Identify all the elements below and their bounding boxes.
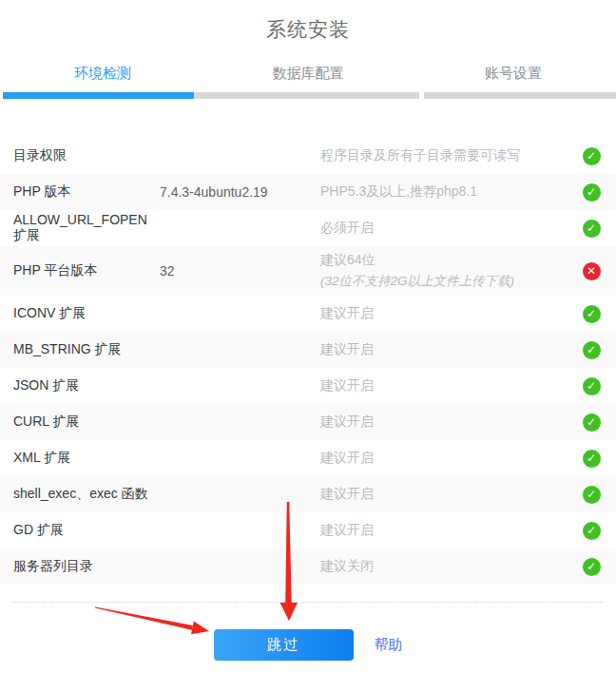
status-ok-icon: ✓	[583, 305, 601, 323]
row-label: shell_exec、exec 函数	[13, 486, 160, 503]
table-row: ALLOW_URL_FOPEN 扩展 必须开启 ✓	[0, 210, 616, 246]
row-requirement: 建议开启	[320, 522, 567, 539]
table-row: PHP 平台版本 32 建议64位 (32位不支持2G以上文件上传下载) ✕	[0, 246, 616, 296]
page-title: 系统安装	[0, 0, 616, 43]
row-label: MB_STRING 扩展	[13, 341, 160, 358]
row-note: (32位不支持2G以上文件上传下载)	[320, 273, 567, 290]
row-requirement: 建议开启	[320, 486, 567, 503]
row-label: GD 扩展	[13, 522, 160, 539]
row-label: ALLOW_URL_FOPEN 扩展	[13, 212, 160, 244]
status-ok-icon: ✓	[583, 558, 601, 576]
row-requirement: PHP5.3及以上,推荐php8.1	[320, 183, 567, 201]
row-label: CURL 扩展	[13, 413, 160, 431]
row-requirement: 建议开启	[320, 305, 567, 322]
table-row: PHP 版本 7.4.3-4ubuntu2.19 PHP5.3及以上,推荐php…	[0, 174, 616, 210]
skip-button[interactable]: 跳过	[214, 629, 354, 661]
row-label: 服务器列目录	[13, 558, 160, 575]
table-row: XML 扩展 建议开启 ✓	[0, 440, 616, 476]
row-requirement: 建议开启	[320, 450, 567, 467]
status-ok-icon: ✓	[583, 413, 601, 432]
progress-segment-2	[194, 92, 419, 99]
table-row: 服务器列目录 建议关闭 ✓	[0, 548, 616, 585]
row-label: PHP 版本	[13, 183, 160, 201]
status-ok-icon: ✓	[583, 183, 601, 202]
row-requirement: 程序目录及所有子目录需要可读写	[320, 147, 567, 164]
table-row: shell_exec、exec 函数 建议开启 ✓	[0, 476, 616, 512]
row-label: ICONV 扩展	[13, 305, 160, 322]
table-row: MB_STRING 扩展 建议开启 ✓	[0, 332, 616, 368]
row-requirement: 建议64位	[320, 252, 567, 269]
env-table: 目录权限 程序目录及所有子目录需要可读写 ✓ PHP 版本 7.4.3-4ubu…	[0, 138, 616, 585]
step-progress-bar	[3, 92, 616, 99]
row-requirement: 建议开启	[320, 377, 567, 394]
progress-segment-3	[424, 92, 616, 99]
row-requirement: 建议开启	[320, 413, 567, 431]
row-requirement: 必须开启	[320, 220, 567, 237]
status-ok-icon: ✓	[583, 377, 601, 395]
table-row: CURL 扩展 建议开启 ✓	[0, 404, 616, 440]
status-ok-icon: ✓	[583, 450, 601, 468]
tab-database-config[interactable]: 数据库配置	[205, 57, 411, 92]
tab-account-settings[interactable]: 账号设置	[411, 57, 616, 92]
table-row: GD 扩展 建议开启 ✓	[0, 512, 616, 548]
status-ok-icon: ✓	[583, 341, 601, 359]
row-label: XML 扩展	[13, 450, 160, 467]
status-ok-icon: ✓	[583, 147, 601, 165]
status-ok-icon: ✓	[583, 486, 601, 504]
table-row: JSON 扩展 建议开启 ✓	[0, 368, 616, 404]
status-ok-icon: ✓	[583, 220, 601, 238]
row-value: 7.4.3-4ubuntu2.19	[160, 184, 320, 200]
row-label: PHP 平台版本	[13, 262, 160, 279]
status-error-icon: ✕	[583, 262, 601, 280]
status-ok-icon: ✓	[583, 522, 601, 540]
tab-environment-check[interactable]: 环境检测	[0, 57, 205, 92]
row-requirement: 建议关闭	[320, 558, 567, 575]
table-row: 目录权限 程序目录及所有子目录需要可读写 ✓	[0, 138, 616, 174]
footer-divider	[13, 602, 603, 603]
row-requirement: 建议开启	[320, 341, 567, 358]
row-label: 目录权限	[13, 147, 160, 164]
row-label: JSON 扩展	[13, 377, 160, 394]
table-row: ICONV 扩展 建议开启 ✓	[0, 296, 616, 332]
progress-segment-active	[3, 92, 194, 99]
row-value: 32	[160, 263, 320, 279]
footer: 跳过 帮助	[0, 629, 616, 661]
help-link[interactable]: 帮助	[375, 636, 403, 654]
step-tabs: 环境检测 数据库配置 账号设置	[0, 57, 616, 92]
